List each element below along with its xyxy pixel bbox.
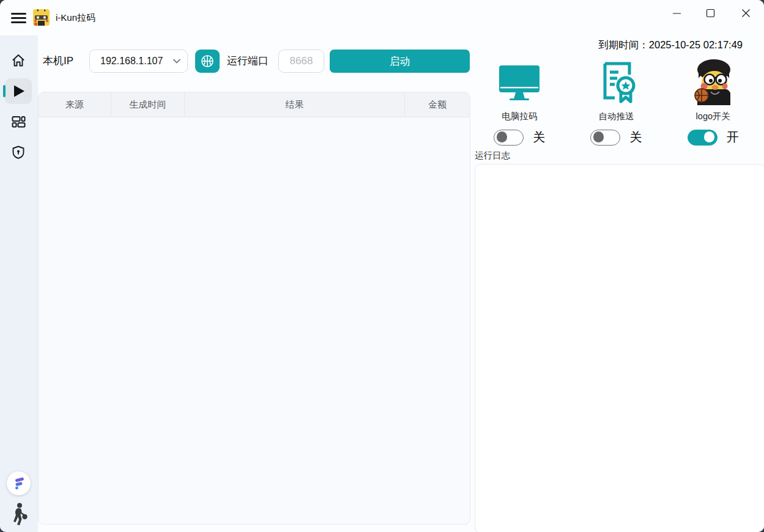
toggle-state-label: 关 (533, 129, 545, 146)
column-header-time[interactable]: 生成时间 (111, 92, 185, 117)
basketball-player-icon (9, 503, 29, 526)
maximize-button[interactable] (696, 0, 724, 26)
port-input[interactable] (278, 50, 324, 73)
table-body (39, 117, 470, 524)
sidebar-item-home[interactable] (5, 48, 32, 73)
column-header-source[interactable]: 来源 (39, 92, 111, 117)
feature-cards: 电脑拉码 关 自动推送 关 (471, 56, 762, 146)
card-pc-pull: 电脑拉码 关 (472, 56, 567, 146)
play-icon (10, 83, 26, 99)
ip-select-value: 192.168.1.107 (100, 56, 172, 67)
app-logo-icon (33, 9, 50, 26)
window-title: i-Kun拉码 (56, 0, 95, 35)
card-label: 电脑拉码 (502, 111, 537, 122)
pc-pull-toggle[interactable] (494, 130, 524, 146)
expiry-time: 到期时间：2025-10-25 02:17:49 (598, 39, 743, 52)
certificate-icon (593, 56, 639, 105)
home-icon (11, 53, 26, 68)
toggle-knob (593, 131, 604, 142)
run-log-label: 运行日志 (475, 150, 510, 161)
run-log-output[interactable] (475, 164, 764, 532)
card-label: 自动推送 (598, 111, 634, 122)
ip-select[interactable]: 192.168.1.107 (89, 50, 188, 73)
sidebar-item-run[interactable] (5, 78, 32, 104)
logo-switch-toggle[interactable] (688, 130, 718, 146)
local-ip-label: 本机IP (43, 50, 73, 73)
monitor-icon (495, 56, 544, 105)
run-port-label: 运行端口 (227, 50, 269, 73)
sidebar-item-security[interactable] (5, 139, 32, 165)
active-indicator (3, 85, 6, 97)
card-logo-switch: logo开关 开 (666, 56, 761, 146)
title-bar: i-Kun拉码 (0, 0, 764, 35)
chevron-down-icon (172, 58, 181, 64)
shield-lock-icon (11, 145, 26, 160)
results-table: 来源 生成时间 结果 金额 (38, 92, 470, 525)
flash-logo-icon (12, 476, 26, 491)
sidebar-item-apps[interactable] (5, 109, 32, 135)
hamburger-menu-icon[interactable] (11, 13, 26, 23)
toggle-state-label: 关 (629, 129, 642, 146)
card-label: logo开关 (696, 111, 730, 122)
sidebar (0, 35, 38, 532)
expiry-label: 到期时间： (598, 39, 649, 50)
start-button[interactable]: 启动 (330, 50, 470, 73)
toggle-state-label: 开 (727, 129, 739, 146)
basketball-icon (200, 54, 215, 68)
column-header-result[interactable]: 结果 (185, 92, 405, 117)
expiry-value: 2025-10-25 02:17:49 (649, 39, 743, 50)
column-header-amount[interactable]: 金额 (405, 92, 470, 117)
toggle-knob (497, 131, 508, 142)
close-button[interactable] (732, 0, 760, 26)
toggle-knob (704, 131, 715, 142)
minimize-button[interactable] (662, 0, 691, 26)
sidebar-brand-button[interactable] (7, 471, 31, 495)
apps-grid-icon (11, 114, 26, 129)
avatar-image (689, 56, 738, 105)
refresh-ip-button[interactable] (195, 50, 220, 73)
card-auto-push: 自动推送 关 (568, 56, 664, 146)
table-header-row: 来源 生成时间 结果 金额 (39, 92, 470, 117)
auto-push-toggle[interactable] (590, 130, 620, 146)
app-window: i-Kun拉码 (0, 0, 764, 532)
sidebar-player-button[interactable] (7, 501, 31, 527)
